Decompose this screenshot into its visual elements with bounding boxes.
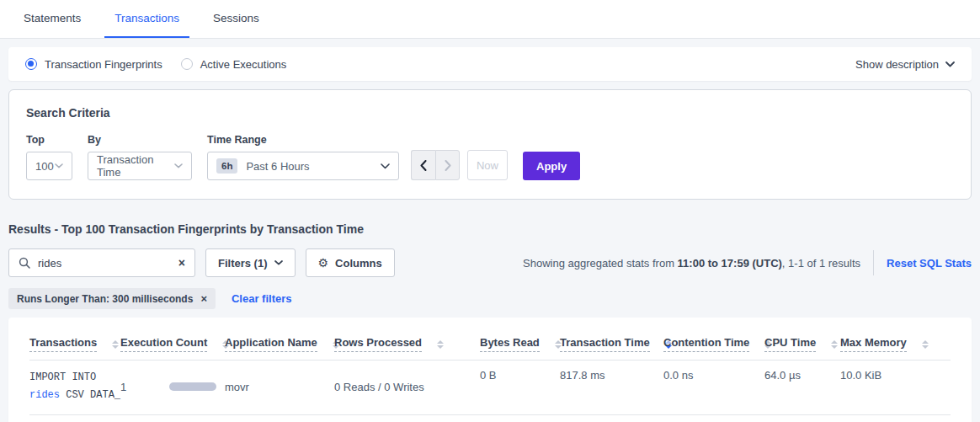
results-title: Results - Top 100 Transaction Fingerprin… — [8, 222, 972, 236]
search-criteria-title: Search Criteria — [26, 106, 954, 120]
column-header-execution-count[interactable]: Execution Count — [120, 326, 225, 361]
radio-label: Transaction Fingerprints — [45, 58, 162, 71]
results-controls: × Filters (1) ⚙ Columns Showing aggregat… — [8, 248, 972, 277]
column-header-transactions[interactable]: Transactions — [29, 326, 120, 361]
aggregated-stats-text: Showing aggregated stats from 11:00 to 1… — [523, 257, 860, 270]
column-header-transaction-time[interactable]: Transaction Time — [560, 326, 663, 361]
table-row: IMPORT INTO rides CSV DATA_ 1 movr 0 Rea… — [29, 361, 951, 415]
gear-icon: ⚙ — [318, 256, 329, 270]
sort-icon — [437, 340, 444, 349]
time-range-badge: 6h — [216, 158, 237, 174]
reset-sql-stats-link[interactable]: Reset SQL Stats — [887, 257, 972, 270]
column-header-application-name[interactable]: Application Name — [225, 326, 334, 361]
transaction-statement[interactable]: IMPORT INTO rides CSV DATA_ — [29, 369, 115, 404]
view-toggle-bar: Transaction Fingerprints Active Executio… — [8, 47, 972, 81]
cell-contention-time: 0.0 ns — [663, 361, 764, 415]
chevron-down-icon — [381, 163, 390, 169]
vertical-divider — [873, 250, 874, 275]
clear-filters-link[interactable]: Clear filters — [232, 292, 292, 305]
radio-label: Active Executions — [200, 58, 287, 71]
active-filters-row: Runs Longer Than: 300 milliseconds × Cle… — [8, 288, 972, 309]
next-time-range-button[interactable] — [435, 150, 460, 180]
stats-suffix: , 1-1 of 1 results — [782, 257, 860, 270]
stats-time-range: 11:00 to 17:59 (UTC) — [678, 257, 782, 270]
tab-transactions[interactable]: Transactions — [104, 0, 189, 38]
execution-count-bar — [169, 382, 216, 391]
filter-chip: Runs Longer Than: 300 milliseconds × — [8, 288, 216, 309]
time-range-value: Past 6 Hours — [246, 160, 381, 173]
search-box: × — [8, 248, 195, 277]
cell-transaction-time: 817.8 ms — [560, 361, 663, 415]
table-header-row: Transactions Execution Count Application… — [29, 326, 951, 361]
time-range-label: Time Range — [207, 134, 399, 146]
sort-icon — [831, 340, 838, 349]
now-button[interactable]: Now — [467, 150, 508, 180]
sort-icon — [112, 340, 119, 349]
cell-application-name: movr — [225, 361, 334, 415]
columns-button-label: Columns — [335, 257, 382, 270]
column-header-contention-time[interactable]: Contention Time — [663, 326, 764, 361]
column-header-cpu-time[interactable]: CPU Time — [764, 326, 840, 361]
cell-cpu-time: 64.0 µs — [764, 361, 840, 415]
cell-execution-count: 1 — [120, 361, 225, 415]
top-select[interactable]: 100 — [26, 152, 72, 180]
filters-button-label: Filters (1) — [218, 257, 268, 270]
top-field: Top 100 — [26, 134, 72, 180]
results-table-card: Transactions Execution Count Application… — [8, 318, 972, 422]
show-description-label: Show description — [855, 58, 939, 71]
by-label: By — [88, 134, 192, 146]
chevron-right-icon — [445, 160, 451, 171]
radio-active-executions[interactable]: Active Executions — [181, 58, 287, 71]
time-range-select[interactable]: 6h Past 6 Hours — [207, 152, 399, 180]
chevron-down-icon — [945, 61, 955, 67]
column-header-bytes-read[interactable]: Bytes Read — [480, 326, 560, 361]
radio-unselected-icon — [181, 58, 193, 70]
chevron-down-icon — [174, 163, 183, 168]
search-criteria-panel: Search Criteria Top 100 By Transaction T… — [8, 89, 972, 200]
by-select[interactable]: Transaction Time — [88, 152, 192, 180]
time-range-field: Time Range 6h Past 6 Hours — [207, 134, 399, 180]
radio-selected-icon — [25, 58, 37, 70]
remove-filter-icon[interactable]: × — [200, 292, 207, 305]
cell-max-memory: 10.0 KiB — [840, 361, 951, 415]
tab-statements[interactable]: Statements — [13, 0, 91, 38]
show-description-toggle[interactable]: Show description — [855, 58, 955, 71]
search-icon — [19, 257, 30, 269]
by-select-value: Transaction Time — [97, 153, 174, 179]
transaction-fingerprint-link[interactable]: rides — [29, 389, 60, 401]
chevron-left-icon — [420, 160, 427, 171]
top-label: Top — [26, 134, 72, 146]
page-tabs: Statements Transactions Sessions — [0, 0, 980, 39]
time-range-pager — [411, 150, 460, 180]
apply-button[interactable]: Apply — [523, 152, 580, 180]
cell-transaction-fingerprint: IMPORT INTO rides CSV DATA_ — [29, 361, 120, 415]
chevron-down-icon — [274, 260, 283, 265]
chevron-down-icon — [55, 163, 63, 168]
clear-search-icon[interactable]: × — [178, 257, 185, 269]
columns-button[interactable]: ⚙ Columns — [306, 248, 395, 277]
search-input[interactable] — [38, 257, 178, 270]
sort-icon — [922, 340, 929, 349]
top-select-value: 100 — [35, 160, 55, 173]
filters-button[interactable]: Filters (1) — [205, 248, 296, 277]
tab-sessions[interactable]: Sessions — [203, 0, 269, 38]
cell-bytes-read: 0 B — [480, 361, 560, 415]
transactions-table: Transactions Execution Count Application… — [29, 326, 951, 415]
by-field: By Transaction Time — [88, 134, 192, 180]
filter-chip-label: Runs Longer Than: 300 milliseconds — [17, 293, 193, 305]
column-header-max-memory[interactable]: Max Memory — [840, 326, 951, 361]
previous-time-range-button[interactable] — [411, 150, 435, 180]
cell-rows-processed: 0 Reads / 0 Writes — [334, 361, 480, 415]
stats-prefix: Showing aggregated stats from — [523, 257, 678, 270]
column-header-rows-processed[interactable]: Rows Processed — [334, 326, 480, 361]
radio-transaction-fingerprints[interactable]: Transaction Fingerprints — [25, 58, 162, 71]
